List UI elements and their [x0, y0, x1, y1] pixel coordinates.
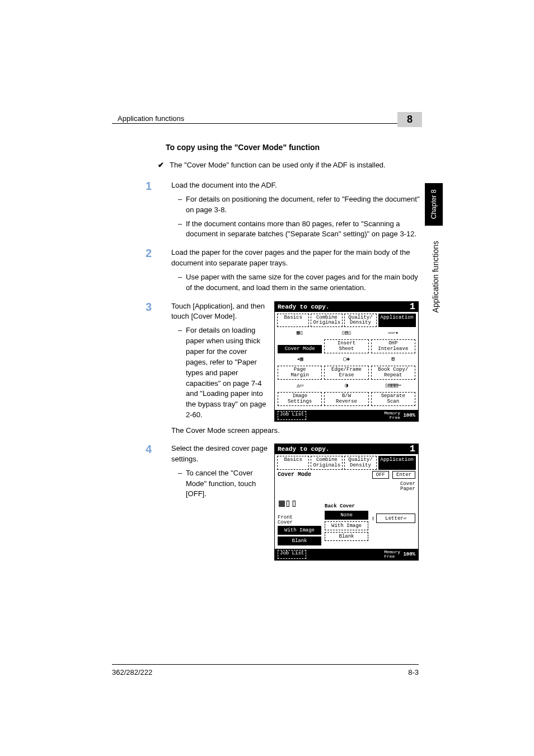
tab2-basics[interactable]: Basics: [277, 456, 309, 470]
tab2-combine[interactable]: Combine Originals: [311, 456, 343, 470]
tray-icon: ▯: [372, 515, 374, 521]
dash-icon: –: [178, 272, 186, 293]
footer-page: 8-3: [408, 668, 419, 676]
cover-mode-icon: ▦▯: [278, 329, 322, 337]
lcd2-copy-count: 1: [410, 446, 415, 452]
edge-erase-button[interactable]: Edge/Frame Erase: [324, 366, 368, 380]
cover-mode-button[interactable]: Cover Mode: [278, 345, 322, 353]
cover-mode-label: Cover Mode: [278, 472, 311, 478]
dash-icon: –: [178, 468, 186, 500]
chapter-badge: 8: [397, 112, 422, 127]
image-settings-icon: ◬▭: [278, 382, 322, 390]
header-section-title: Application functions: [118, 114, 184, 123]
front-cover-icon: ▦▯▯: [278, 493, 321, 514]
step-3-text: Touch [Application], and then touch [Cov…: [171, 301, 269, 323]
cover-paper-label: Cover Paper: [278, 482, 415, 492]
memory-free-label-2: Memory Free: [384, 550, 400, 559]
tab2-quality[interactable]: Quality/ Density: [344, 456, 376, 470]
back-blank-button[interactable]: Blank: [325, 532, 368, 541]
footer-model: 362/282/222: [112, 668, 152, 676]
front-with-image-button[interactable]: With Image: [278, 526, 321, 535]
lcd-cover-mode-screen: Ready to copy. 1 Basics Combine Original…: [274, 444, 419, 561]
book-copy-icon: ⊞: [371, 356, 415, 363]
step-3-sub-1: For details on loading paper when using …: [186, 325, 269, 421]
page-margin-button[interactable]: Page Margin: [278, 366, 322, 380]
enter-button[interactable]: Enter: [392, 471, 415, 479]
tab-application[interactable]: Application: [378, 314, 416, 328]
tab-basics[interactable]: Basics: [277, 314, 309, 328]
step-2-sub-1: Use paper with the same size for the cov…: [186, 272, 420, 293]
job-list-button[interactable]: Job List: [278, 411, 306, 420]
step-number-2: 2: [146, 248, 171, 259]
tab-combine[interactable]: Combine Originals: [311, 314, 343, 328]
step-number-3: 3: [146, 301, 171, 312]
back-cover-label: Back Cover: [325, 493, 368, 509]
step-number-1: 1: [146, 180, 171, 192]
front-blank-button[interactable]: Blank: [278, 536, 321, 545]
memory-free-pct-2: 100%: [403, 552, 415, 557]
step-4-text: Select the desired cover page settings.: [171, 444, 269, 465]
step-3-result: The Cover Mode screen appears.: [171, 426, 420, 435]
lcd-ready-text: Ready to copy.: [278, 304, 329, 310]
job-list-button-2[interactable]: Job List: [278, 550, 306, 559]
page-margin-icon: ◂▦: [278, 356, 322, 363]
separate-scan-icon: ▯▤▤▤⋯: [371, 382, 415, 390]
edge-erase-icon: ▢◈: [324, 356, 368, 363]
check-note: The "Cover Mode" function can be used on…: [170, 161, 386, 169]
ohp-interleave-button[interactable]: OHP Interleave: [371, 339, 415, 353]
step-1-sub-1: For details on positioning the document,…: [186, 194, 420, 216]
step-1-sub-2: If the document contains more than 80 pa…: [186, 219, 420, 240]
back-with-image-button[interactable]: With Image: [325, 521, 368, 530]
lcd-application-screen: Ready to copy. 1 Basics Combine Original…: [274, 301, 419, 422]
paper-tray-button[interactable]: Letter▱: [376, 514, 415, 523]
side-section-title: Application functions: [431, 241, 440, 312]
insert-sheet-button[interactable]: Insert Sheet: [324, 339, 368, 353]
dash-icon: –: [178, 219, 186, 240]
dash-icon: –: [178, 325, 186, 421]
header-rule: [112, 123, 419, 124]
image-settings-button[interactable]: Image Settings: [278, 392, 322, 406]
lcd2-ready-text: Ready to copy.: [278, 446, 329, 452]
off-button[interactable]: OFF: [372, 471, 389, 479]
bw-reverse-icon: ◑: [324, 382, 368, 390]
step-number-4: 4: [146, 444, 171, 455]
memory-free-label: Memory Free: [384, 411, 400, 420]
side-chapter-tab: Chapter 8: [425, 183, 443, 226]
ohp-icon: ▱▱◂: [371, 329, 415, 337]
memory-free-pct: 100%: [403, 413, 415, 418]
insert-sheet-icon: ▯▤▯: [324, 329, 368, 337]
check-icon: ✔: [158, 161, 164, 169]
step-2-text: Load the paper for the cover pages and t…: [171, 248, 420, 269]
tab2-application[interactable]: Application: [378, 456, 416, 470]
procedure-heading: To copy using the "Cover Mode" function: [166, 143, 420, 152]
step-4-sub-1: To cancel the "Cover Mode" function, tou…: [186, 468, 269, 500]
dash-icon: –: [178, 194, 186, 216]
back-none-button[interactable]: None: [325, 511, 368, 520]
step-1-text: Load the document into the ADF.: [171, 180, 420, 191]
bw-reverse-button[interactable]: B/W Reverse: [324, 392, 368, 406]
lcd-copy-count: 1: [410, 304, 415, 310]
tab-quality[interactable]: Quality/ Density: [344, 314, 376, 328]
front-cover-label: Front Cover: [278, 515, 321, 526]
book-copy-button[interactable]: Book Copy/ Repeat: [371, 366, 415, 380]
separate-scan-button[interactable]: Separate Scan: [371, 392, 415, 406]
